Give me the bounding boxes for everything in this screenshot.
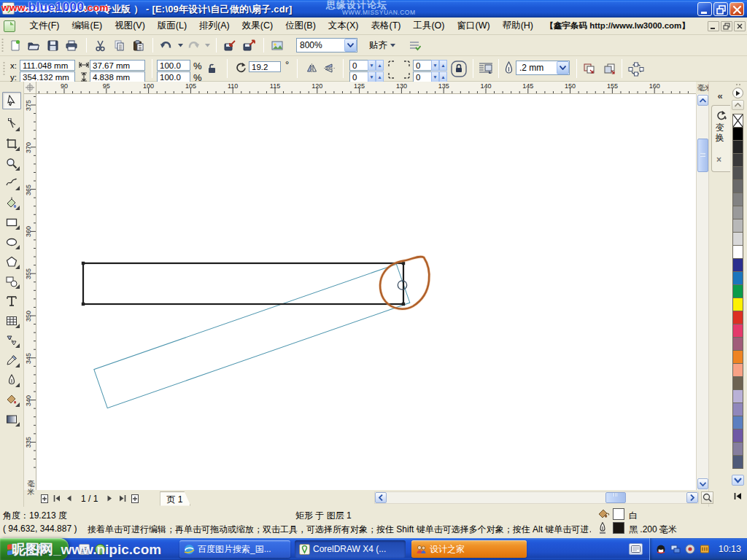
menu-help[interactable]: 帮助(H) — [496, 17, 539, 35]
color-swatch-18[interactable] — [732, 363, 743, 377]
freehand-tool[interactable] — [2, 174, 21, 192]
color-swatch-12[interactable] — [732, 284, 743, 298]
menu-effects[interactable]: 效果(C) — [236, 17, 279, 35]
color-swatch-16[interactable] — [732, 337, 743, 351]
interactive-fill-tool[interactable] — [2, 411, 21, 428]
horizontal-scrollbar[interactable] — [374, 491, 699, 504]
convert-to-curves-button[interactable] — [628, 62, 644, 77]
horizontal-scroll-thumb[interactable] — [605, 492, 626, 503]
cut-button[interactable] — [91, 37, 109, 53]
close-button[interactable] — [729, 2, 744, 16]
menu-tools[interactable]: 工具(O) — [407, 17, 451, 35]
color-swatch-15[interactable] — [732, 324, 743, 338]
vertical-scroll-thumb[interactable] — [697, 139, 708, 172]
toolbar-grip[interactable] — [1, 38, 4, 52]
mdi-minimize-button[interactable] — [708, 21, 719, 31]
task-button-shejizhijia[interactable]: 设计之家 — [411, 540, 527, 558]
last-page-button[interactable] — [116, 492, 128, 505]
restore-button[interactable] — [713, 2, 728, 16]
color-swatch-5[interactable] — [732, 192, 743, 206]
color-swatch-23[interactable] — [732, 429, 743, 443]
color-swatch-1[interactable] — [732, 140, 743, 154]
horizontal-ruler[interactable]: 9095100105110115120125130135140145150155… — [36, 82, 696, 94]
menu-arrange[interactable]: 排列(A) — [193, 17, 236, 35]
palette-grip[interactable] — [735, 83, 741, 86]
pick-tool[interactable] — [2, 92, 21, 109]
corner-right-spinner-top[interactable]: ▼▲ — [431, 60, 447, 71]
add-page-start-button[interactable] — [38, 492, 50, 505]
redo-button[interactable] — [185, 37, 202, 53]
color-swatch-4[interactable] — [732, 179, 743, 193]
crop-tool[interactable] — [2, 135, 21, 152]
menu-layout[interactable]: 版面(L) — [151, 17, 193, 35]
menu-view[interactable]: 视图(V) — [109, 17, 152, 35]
qq-tray-icon[interactable] — [656, 544, 666, 554]
rect-node-bottom-left[interactable] — [82, 303, 85, 306]
shape-tool[interactable] — [2, 115, 21, 133]
add-page-end-button[interactable] — [128, 492, 141, 505]
document-navigator-button[interactable] — [701, 491, 713, 504]
print-button[interactable] — [63, 37, 80, 53]
page-tab[interactable]: 页 1 — [160, 491, 190, 506]
scroll-down-button[interactable] — [697, 478, 708, 489]
color-swatch-7[interactable] — [732, 219, 743, 233]
snap-dropdown-arrow[interactable] — [389, 37, 397, 53]
palette-flyout-button[interactable] — [732, 88, 743, 98]
zoom-level-combo[interactable]: 800% — [296, 38, 357, 52]
selected-rectangle[interactable] — [83, 263, 403, 304]
color-swatch-21[interactable] — [732, 402, 743, 416]
text-tool[interactable] — [2, 292, 21, 310]
menu-window[interactable]: 窗口(W) — [451, 17, 496, 35]
menu-edit[interactable]: 编辑(E) — [66, 17, 109, 35]
minimize-button[interactable] — [697, 2, 712, 16]
eyedropper-tool[interactable] — [2, 351, 21, 369]
outline-width-combo-arrow[interactable] — [557, 61, 569, 74]
outline-pen-tool[interactable] — [2, 371, 21, 389]
corner-radius-bottom-left-field[interactable]: 0 — [349, 71, 368, 82]
docker-collapse-button[interactable]: « — [713, 89, 727, 102]
color-swatch-22[interactable] — [732, 416, 743, 429]
round-corners-together-lock-button[interactable] — [451, 61, 467, 77]
polygon-tool[interactable] — [2, 253, 21, 271]
task-button-coreldraw[interactable]: CorelDRAW X4 (... — [295, 540, 406, 558]
color-swatch-6[interactable] — [732, 206, 743, 219]
no-color-swatch[interactable] — [732, 114, 743, 128]
scroll-left-button[interactable] — [375, 492, 387, 503]
color-swatch-9[interactable] — [732, 245, 743, 259]
corner-left-spinner-top[interactable]: ▼▲ — [368, 60, 384, 71]
ellipse-tool[interactable] — [2, 233, 21, 251]
basic-shapes-tool[interactable] — [2, 273, 21, 290]
mirror-horizontal-button[interactable] — [306, 63, 318, 74]
export-button[interactable] — [240, 37, 258, 53]
network-tray-icon[interactable] — [670, 544, 681, 554]
undo-button[interactable] — [158, 37, 175, 53]
color-swatch-2[interactable] — [732, 153, 743, 167]
zoom-tool[interactable] — [2, 155, 21, 172]
first-page-button[interactable] — [50, 492, 63, 505]
previous-page-button[interactable] — [63, 492, 75, 505]
scale-vertical-field[interactable]: 100.0 — [157, 71, 190, 82]
color-swatch-25[interactable] — [732, 455, 743, 469]
volume-tray-icon[interactable] — [685, 544, 695, 554]
menu-table[interactable]: 表格(T) — [365, 17, 407, 35]
color-swatch-3[interactable] — [732, 166, 743, 180]
new-document-button[interactable] — [6, 37, 23, 53]
color-swatch-19[interactable] — [732, 376, 743, 390]
redo-dropdown-arrow[interactable] — [204, 37, 212, 53]
color-swatch-14[interactable] — [732, 311, 743, 324]
mdi-close-button[interactable] — [734, 21, 746, 31]
copy-button[interactable] — [110, 37, 128, 53]
app-tray-icon[interactable] — [700, 544, 710, 554]
order-to-front-button[interactable] — [603, 63, 616, 74]
palette-expand-button[interactable] — [732, 490, 744, 502]
fill-tool[interactable] — [2, 391, 21, 408]
color-swatch-11[interactable] — [732, 271, 743, 285]
application-launcher-button[interactable] — [268, 37, 286, 53]
vertical-ruler[interactable]: 375370365360355350345340335 — [24, 94, 36, 490]
scroll-up-button[interactable] — [697, 95, 708, 106]
docker-close-button[interactable]: × — [716, 155, 721, 165]
order-to-back-button[interactable] — [583, 63, 596, 74]
table-tool[interactable] — [2, 312, 21, 330]
object-y-position-field[interactable]: 354.132 mm — [20, 71, 75, 82]
wrap-paragraph-text-button[interactable] — [479, 62, 493, 75]
